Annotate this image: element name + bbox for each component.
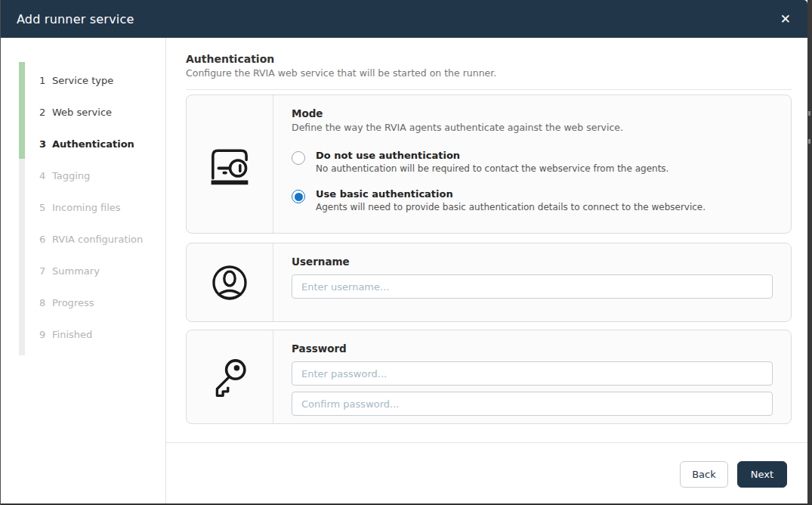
option-label: Do not use authentication bbox=[316, 150, 668, 161]
step-number: 4 bbox=[35, 170, 52, 181]
section-divider bbox=[186, 89, 792, 90]
window-left-edge bbox=[0, 0, 1, 505]
step-number: 1 bbox=[35, 75, 52, 86]
option-label: Use basic authentication bbox=[316, 188, 705, 200]
wizard-footer: Back Next bbox=[166, 442, 807, 505]
step-item-web-service[interactable]: 2 Web service bbox=[35, 96, 158, 128]
step-item-summary: 7 Summary bbox=[35, 255, 158, 287]
confirm-password-input[interactable] bbox=[292, 392, 773, 416]
radio-icon[interactable] bbox=[292, 151, 305, 165]
mode-title: Mode bbox=[292, 107, 773, 119]
wizard-main-panel: Authentication Configure the RVIA web se… bbox=[166, 38, 807, 505]
step-number: 3 bbox=[35, 138, 52, 150]
wizard-steps-list: 1 Service type 2 Web service 3 Authentic… bbox=[35, 64, 158, 350]
step-item-incoming-files: 5 Incoming files bbox=[35, 191, 158, 223]
user-icon bbox=[187, 243, 273, 321]
scrollbar-mark bbox=[808, 139, 810, 144]
step-item-authentication[interactable]: 3 Authentication bbox=[35, 128, 158, 160]
step-item-finished: 9 Finished bbox=[35, 318, 158, 350]
password-title: Password bbox=[292, 342, 773, 355]
radio-option-basic-authentication[interactable]: Use basic authentication Agents will nee… bbox=[292, 188, 773, 212]
step-number: 9 bbox=[35, 329, 52, 340]
username-card: Username bbox=[186, 243, 792, 322]
option-description: Agents will need to provide basic authen… bbox=[316, 202, 705, 212]
mode-card: Mode Define the way the RVIA agents auth… bbox=[186, 94, 792, 234]
radio-option-no-authentication[interactable]: Do not use authentication No authenticat… bbox=[292, 150, 773, 174]
key-icon bbox=[187, 330, 273, 423]
modal-title: Add runner service bbox=[17, 12, 134, 26]
step-label: RVIA configuration bbox=[52, 234, 143, 245]
scrollbar-mark bbox=[808, 111, 810, 116]
username-input[interactable] bbox=[292, 274, 773, 299]
step-label: Summary bbox=[52, 265, 100, 277]
step-label: Incoming files bbox=[52, 202, 121, 213]
step-number: 7 bbox=[35, 265, 52, 277]
modal-titlebar: Add runner service ✕ bbox=[0, 0, 807, 38]
step-number: 8 bbox=[35, 297, 52, 308]
step-number: 5 bbox=[35, 202, 52, 213]
password-input[interactable] bbox=[292, 361, 773, 386]
step-label: Tagging bbox=[52, 170, 90, 181]
step-item-tagging: 4 Tagging bbox=[35, 160, 158, 191]
username-title: Username bbox=[292, 256, 773, 268]
step-label: Authentication bbox=[52, 138, 134, 150]
wizard-step-sidebar: 1 Service type 2 Web service 3 Authentic… bbox=[0, 38, 166, 505]
step-label: Service type bbox=[52, 75, 113, 86]
mode-description: Define the way the RVIA agents authentic… bbox=[292, 122, 773, 133]
step-label: Finished bbox=[52, 329, 92, 340]
back-button[interactable]: Back bbox=[680, 461, 728, 488]
step-label: Progress bbox=[52, 297, 94, 308]
add-runner-service-modal: Add runner service ✕ 1 Service type 2 We… bbox=[0, 0, 807, 505]
window-right-edge bbox=[807, 0, 812, 505]
step-label: Web service bbox=[52, 107, 112, 118]
step-number: 2 bbox=[35, 107, 52, 118]
step-item-progress: 8 Progress bbox=[35, 287, 158, 318]
page-subtitle: Configure the RVIA web service that will… bbox=[186, 67, 792, 79]
progress-rail-completed bbox=[19, 62, 25, 159]
progress-rail bbox=[19, 62, 25, 355]
step-item-rvia-configuration: 6 RVIA configuration bbox=[35, 223, 158, 255]
radio-icon[interactable] bbox=[292, 190, 305, 203]
close-icon[interactable]: ✕ bbox=[780, 13, 791, 26]
page-title: Authentication bbox=[186, 53, 792, 65]
next-button[interactable]: Next bbox=[737, 461, 787, 488]
option-description: No authentication will be required to co… bbox=[316, 163, 668, 174]
progress-rail-remaining bbox=[19, 159, 25, 355]
step-number: 6 bbox=[35, 234, 52, 245]
access-key-card-icon bbox=[187, 95, 273, 233]
step-item-service-type[interactable]: 1 Service type bbox=[35, 64, 158, 96]
password-card: Password bbox=[186, 330, 792, 424]
